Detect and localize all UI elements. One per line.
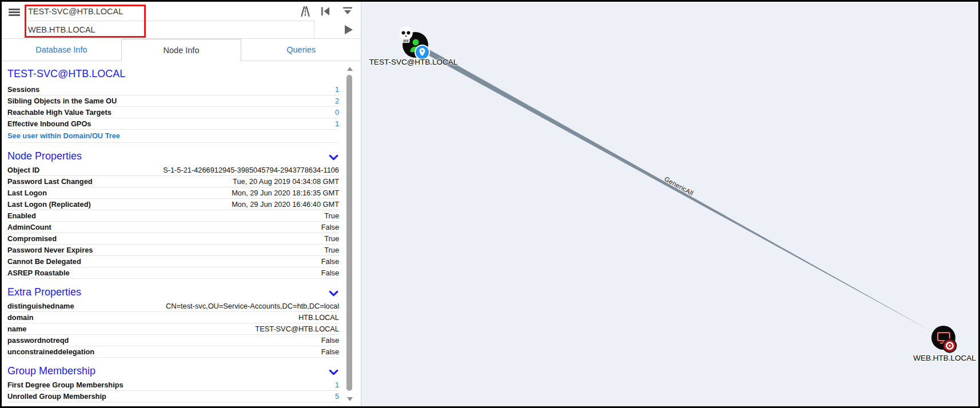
property-label: passwordnotreqd xyxy=(7,335,69,346)
play-icon[interactable] xyxy=(341,23,355,37)
skull-icon xyxy=(397,26,415,45)
property-value[interactable]: 2 xyxy=(335,95,339,106)
property-row: CompromisedTrue xyxy=(7,233,339,245)
section-header: Group Membership xyxy=(7,362,339,379)
chevron-down-icon[interactable] xyxy=(328,287,339,298)
property-value[interactable]: 1 xyxy=(335,118,339,129)
property-label: AdminCount xyxy=(7,222,51,233)
property-label: name xyxy=(7,323,26,334)
property-label: First Degree Group Memberships xyxy=(7,379,124,390)
node-title: TEST-SVC@HTB.LOCAL xyxy=(7,68,339,84)
property-row: Last LogonMon, 29 Jun 2020 18:16:35 GMT xyxy=(7,187,339,199)
property-value: HTB.LOCAL xyxy=(298,312,339,323)
property-row: Object IDS-1-5-21-4266912945-3985045794-… xyxy=(7,165,339,176)
property-value[interactable]: 0 xyxy=(335,107,339,118)
property-label: Cannot Be Delegated xyxy=(7,256,81,267)
search-input-primary[interactable] xyxy=(28,2,274,21)
tab-database-info[interactable]: Database Info xyxy=(2,39,121,61)
property-label: Unrolled Group Membership xyxy=(7,391,106,402)
property-row: Unrolled Group Membership5 xyxy=(7,391,339,402)
section-header: Extra Properties xyxy=(7,283,339,301)
input-divider xyxy=(314,21,314,39)
graph-canvas[interactable]: GenericAll TEST-SVC@HTB xyxy=(361,2,978,406)
filter-icon[interactable] xyxy=(341,5,354,18)
property-row: ASREP RoastableFalse xyxy=(7,267,339,279)
bloodhound-window: Database InfoNode InfoQueries TEST-SVC@H… xyxy=(0,0,980,408)
property-row: AdminCountFalse xyxy=(7,222,339,233)
property-value: False xyxy=(321,267,339,278)
property-value: Mon, 29 Jun 2020 18:16:35 GMT xyxy=(232,187,339,198)
property-row: Password Never ExpiresTrue xyxy=(7,245,339,256)
tab-bar: Database InfoNode InfoQueries xyxy=(2,39,361,61)
property-label: Object ID xyxy=(7,165,39,175)
panel-scrollbar[interactable] xyxy=(346,62,353,405)
domain-ou-tree-link[interactable]: See user within Domain/OU Tree xyxy=(7,130,339,143)
section-title: Node Properties xyxy=(7,150,82,162)
left-panel: Database InfoNode InfoQueries TEST-SVC@H… xyxy=(2,2,361,406)
target-icon xyxy=(942,338,957,353)
property-value: False xyxy=(321,346,339,357)
property-value: S-1-5-21-4266912945-3985045794-294377863… xyxy=(163,165,339,175)
property-row: Sibling Objects in the Same OU2 xyxy=(7,95,339,107)
tab-queries[interactable]: Queries xyxy=(241,39,361,61)
property-label: Effective Inbound GPOs xyxy=(7,118,91,129)
overview-rows: Sessions1Sibling Objects in the Same OU2… xyxy=(7,84,339,130)
property-sections: Node PropertiesObject IDS-1-5-21-4266912… xyxy=(7,147,339,402)
property-value: CN=test-svc,OU=Service-Accounts,DC=htb,D… xyxy=(166,301,339,311)
property-label: Sibling Objects in the Same OU xyxy=(7,95,117,106)
property-value[interactable]: 1 xyxy=(335,84,339,95)
property-value: TEST-SVC@HTB.LOCAL xyxy=(255,323,339,334)
property-label: domain xyxy=(7,312,34,323)
chevron-down-icon[interactable] xyxy=(328,151,339,162)
property-label: Last Logon (Replicated) xyxy=(7,199,91,210)
property-value: False xyxy=(321,222,339,233)
property-row: nameTEST-SVC@HTB.LOCAL xyxy=(7,323,339,335)
property-label: Compromised xyxy=(7,233,57,244)
property-label: Last Logon xyxy=(7,187,47,198)
chevron-down-icon[interactable] xyxy=(328,366,339,377)
property-row: Last Logon (Replicated)Mon, 29 Jun 2020 … xyxy=(7,199,339,210)
scroll-up-icon[interactable] xyxy=(347,67,353,71)
property-value[interactable]: 1 xyxy=(335,379,339,390)
back-icon[interactable] xyxy=(318,5,332,18)
property-value[interactable]: 5 xyxy=(335,391,339,402)
property-row: Effective Inbound GPOs1 xyxy=(7,118,339,130)
property-value: Mon, 29 Jun 2020 16:46:40 GMT xyxy=(232,199,339,210)
property-label: Enabled xyxy=(7,210,36,221)
search-row-target xyxy=(2,21,361,39)
property-label: unconstraineddelegation xyxy=(7,346,94,357)
node-info-panel: TEST-SVC@HTB.LOCAL Sessions1Sibling Obje… xyxy=(7,61,339,406)
property-value: False xyxy=(321,335,339,346)
property-value: False xyxy=(321,256,339,267)
scrollbar-thumb[interactable] xyxy=(346,75,352,391)
search-bar xyxy=(2,2,361,39)
property-row: unconstraineddelegationFalse xyxy=(7,346,339,358)
property-row: First Degree Group Memberships1 xyxy=(7,379,339,391)
property-label: ASREP Roastable xyxy=(7,267,70,278)
property-row: EnabledTrue xyxy=(7,210,339,222)
node-label-web: WEB.HTB.LOCAL xyxy=(913,354,976,362)
property-value: Tue, 20 Aug 2019 04:34:08 GMT xyxy=(233,176,339,187)
property-row: Cannot Be DelegatedFalse xyxy=(7,256,339,267)
section-header: Node Properties xyxy=(7,147,339,165)
search-input-target[interactable] xyxy=(28,21,274,39)
property-label: Sessions xyxy=(7,84,39,95)
property-row: domainHTB.LOCAL xyxy=(7,312,339,323)
property-row: Password Last ChangedTue, 20 Aug 2019 04… xyxy=(7,176,339,187)
property-row: passwordnotreqdFalse xyxy=(7,335,339,346)
node-label-test-svc: TEST-SVC@HTB.LOCAL xyxy=(369,58,458,66)
property-label: Password Last Changed xyxy=(7,176,93,187)
property-row: Sessions1 xyxy=(7,84,339,95)
section-title: Extra Properties xyxy=(7,286,81,298)
section-title: Group Membership xyxy=(7,365,95,377)
property-value: True xyxy=(324,210,339,221)
property-label: Reachable High Value Targets xyxy=(7,107,111,118)
property-row: Reachable High Value Targets0 xyxy=(7,107,339,118)
property-label: Password Never Expires xyxy=(7,245,93,255)
pathfinding-icon[interactable] xyxy=(298,5,312,18)
scroll-down-icon[interactable] xyxy=(347,397,353,401)
tab-node-info[interactable]: Node Info xyxy=(121,39,242,61)
property-row: distinguishednameCN=test-svc,OU=Service-… xyxy=(7,301,339,312)
property-label: distinguishedname xyxy=(7,301,74,311)
property-value: True xyxy=(324,233,339,244)
